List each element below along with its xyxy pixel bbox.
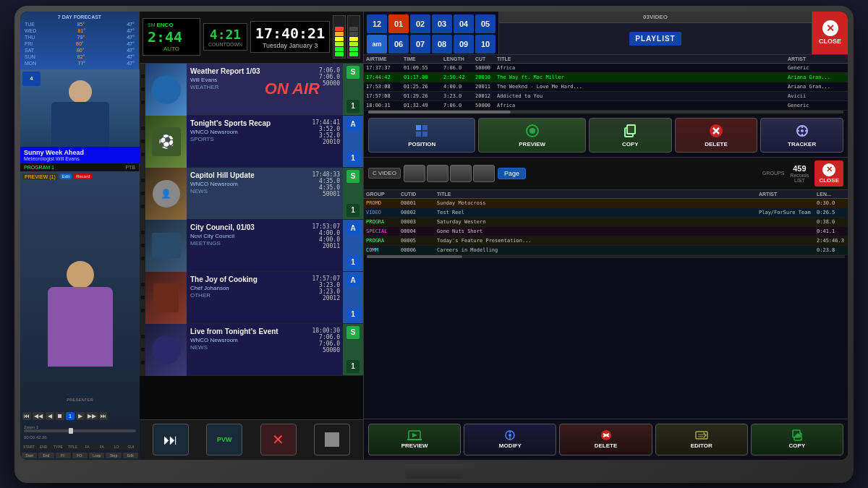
skip-back-btn[interactable]: ⏮ [22,412,31,420]
item-title-5: The Joy of Cooking [190,275,299,283]
fo-btn[interactable]: FO: [72,453,88,458]
stop-clip-btn[interactable]: Stop [106,453,121,458]
preview-ra-button[interactable]: PREVIEW [478,118,585,153]
rpl-row-2[interactable]: 17:44:42 01:17.00 2:50.42 20010 The Way … [364,73,848,82]
cvt-row-1[interactable]: PROMO 00001 Sunday Motocross 0:30.0 [364,199,848,208]
num-btn-am[interactable]: am [367,35,387,53]
item-cat-3: NEWS [190,188,299,194]
start-btn[interactable]: Start [22,453,37,458]
transport-bar: ⏮ ◀◀ ◀ ⏹ 1 ▶ ▶▶ ⏭ [22,412,137,420]
tracker-button[interactable]: TRACKER [760,118,843,153]
num-btn-08[interactable]: 08 [432,35,452,53]
rb-editor-btn[interactable]: EDITOR [655,424,748,455]
record-button[interactable]: Record [74,174,92,179]
timecode-display: 00:00:42.26 [24,435,47,440]
page-button[interactable]: Page [498,168,526,179]
weather-day-0: TUE [25,22,35,27]
playlist-item-4[interactable]: City Council, 01/03 Novi City Council ME… [140,220,363,272]
end-btn[interactable]: End [38,453,54,458]
rb-modify-btn[interactable]: MODIFY [464,424,556,455]
rb-delete-label: DELETE [595,442,618,449]
svg-rect-19 [407,439,422,440]
cvt-row-3[interactable]: PROGRA 00003 Saturday Western 0:38.0 [364,218,848,227]
svg-rect-1 [422,125,427,130]
num-btn-02[interactable]: 02 [410,14,430,33]
num-btn-09[interactable]: 09 [454,35,474,53]
rb-preview-btn[interactable]: PREVIEW [368,424,461,455]
num-btn-03[interactable]: 03 [432,14,452,33]
item-thumb-2: ⚽ [140,116,187,168]
item-indicator-1: S 1 [343,64,363,115]
fast-rev-btn[interactable]: ◀◀ [33,412,44,420]
playlist-item-5[interactable]: The Joy of Cooking Chef Johanson OTHER 1… [140,272,363,324]
rb-delete-icon [599,429,613,441]
delete-ra-button[interactable]: DELETE [675,118,758,153]
cvt-row-4[interactable]: SPECIAL 00004 Gone Nuts Short 0:41.1 [364,227,848,236]
enco-auto: AUTO [148,46,195,52]
cvt-row-5[interactable]: PROGRA 00005 Today's Feature Presentatio… [364,236,848,246]
num-btn-10[interactable]: 10 [475,35,495,53]
zoom-thumb[interactable] [69,428,73,434]
rpl-row-5[interactable]: 18:00:31 01:32.49 7:06.0 50000 Africa Ge… [364,101,848,111]
lower-third-subtitle: Meteorologist Will Evans [24,156,136,161]
num-btn-07[interactable]: 07 [410,35,430,53]
audio-meter-left [333,15,346,59]
edit-button[interactable]: Edit [60,174,72,179]
stop-all-btn[interactable] [314,424,350,455]
cvideo-close-btn[interactable]: ✕ CLOSE [814,160,843,187]
rb-delete-btn[interactable]: DELETE [559,424,652,455]
svg-point-21 [509,434,511,437]
play-btn[interactable]: ▶ [76,412,85,420]
rpl-row-1[interactable]: 17:37:37 01:09.55 7:06.0 50000 Africa Ge… [364,64,848,73]
stop-btn-transport[interactable]: ⏹ [56,412,64,420]
weather-row-4: SAT 80° 47° [23,47,136,53]
weather-lo-0: 47° [127,22,135,27]
play-1-btn[interactable]: 1 [66,412,75,420]
grey-btn-2[interactable] [427,165,448,182]
item-title-1: Weather Report 1/03 [190,67,299,75]
position-button[interactable]: POSITION [368,118,475,153]
item-cat-6: NEWS [190,344,299,351]
grey-btn-3[interactable] [450,165,472,182]
cvideo-label: C VIDEO [368,168,401,179]
playlist-item-3[interactable]: 👤 Capitol Hill Update WNCO Newsroom NEWS… [140,168,363,220]
cvt-header: GROUP CUTID TITLE ARTIST LEN... [364,190,848,199]
playlist-item-6[interactable]: Live from Tonight's Event WNCO Newsroom … [140,324,363,376]
rpl-row-4[interactable]: 17:57:08 01:29.26 3:23.0 20012 Addicted … [364,92,848,101]
copy-button[interactable]: COPY [589,118,672,153]
cvt-row-2[interactable]: VIDEO 00002 Test Reel Play/ForSure Team … [364,208,848,218]
num-btn-01[interactable]: 01 [388,14,409,33]
grey-btn-4[interactable] [473,165,495,182]
delete-item-btn[interactable]: ✕ [260,424,297,455]
rev-btn[interactable]: ◀ [46,412,54,420]
top-video-feed: 4 Sunny Week Ahead Meteorologist Will Ev… [20,69,140,163]
playlist-item-1[interactable]: Weather Report 1/03 Will Evans WEATHER 7… [140,64,363,116]
num-btn-12[interactable]: 12 [367,14,387,33]
rb-modify-icon [503,429,517,441]
pvw-btn[interactable]: PVW [206,424,242,455]
grey-btn-1[interactable] [404,165,425,182]
num-btn-06[interactable]: 06 [388,35,409,53]
fast-fwd-btn[interactable]: ▶▶ [86,412,98,420]
enco-block: SM ENCO 2:44 AUTO [142,18,200,56]
skip-fwd-btn[interactable]: ⏭ [99,412,108,420]
playlist-close-btn[interactable]: ✕ CLOSE [812,12,848,54]
audio-meters [333,15,360,59]
item-thumb-6 [140,324,187,376]
cvideo-scrollbar[interactable] [367,255,845,258]
rb-copy-btn[interactable]: COPY [751,424,843,455]
loop-btn[interactable]: Loop [89,453,104,458]
num-btn-04[interactable]: 04 [454,14,474,33]
edit-clip-btn[interactable]: Edit [123,453,138,458]
middle-panel: SM ENCO 2:44 AUTO 4:21 COUNTDOWN 17:40:2… [140,12,364,460]
skip-to-next-btn[interactable]: ⏭ [153,424,189,455]
rpl-row-3[interactable]: 17:53:08 01:25.26 4:00.0 20011 The Weekn… [364,82,848,92]
playlist-item-2[interactable]: ⚽ Tonight's Sports Recap WNCO Newsroom S… [140,116,363,168]
item-indicator-3: S 1 [343,168,363,219]
cvt-row-6[interactable]: COMM 00006 Careers in Modelling 0:23.8 [364,246,848,255]
item-title-6: Live from Tonight's Event [190,328,299,335]
zoom-slider[interactable] [24,429,136,432]
fi-btn[interactable]: FI: [56,453,71,458]
item-indicator-5: A 1 [343,272,363,323]
num-btn-05[interactable]: 05 [475,14,495,33]
